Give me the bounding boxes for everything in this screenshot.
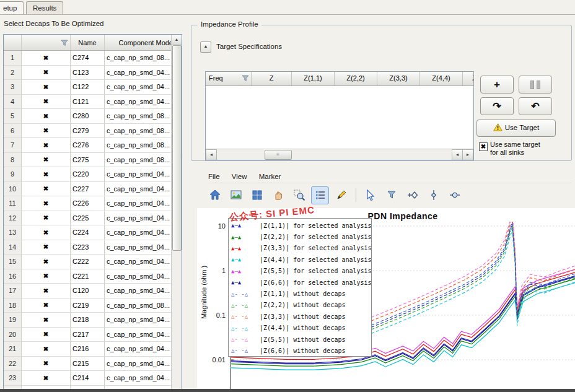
select-cursor-button[interactable] [361, 186, 379, 204]
row-checkbox[interactable]: ✖ [22, 371, 71, 386]
chart-area: PDN Impedance Magnitude (ohm ) 10 1 0.1 … [197, 208, 575, 392]
target-horizontal-scrollbar[interactable]: ◄ ≡ ◄ ► [206, 149, 473, 160]
add-target-button[interactable]: + [480, 76, 514, 94]
row-checkbox[interactable]: ✖ [22, 80, 71, 95]
table-row[interactable]: 5✖C280c_cap_np_smd_08... [4, 109, 182, 124]
row-checkbox[interactable]: ✖ [22, 167, 71, 182]
row-checkbox[interactable]: ✖ [22, 152, 71, 167]
legend-label: |Z(2,2)| without decaps [260, 302, 345, 308]
row-checkbox[interactable]: ✖ [22, 313, 71, 328]
row-checkbox[interactable]: ✖ [22, 342, 71, 357]
header-checkbox-filter[interactable] [22, 35, 71, 51]
header-z11-label: Z(1,1) [304, 74, 322, 82]
target-spec-table: Freq Z Z(1,1) Z(2,2) Z(3,3) Z(4,4) Z(5,5… [205, 71, 474, 160]
table-row[interactable]: 16✖C221c_cap_np_smd_04... [4, 269, 182, 284]
legend-toggle-button[interactable] [311, 186, 329, 204]
collapse-button[interactable]: ▲ [200, 41, 211, 53]
toolbar-separator [356, 188, 356, 202]
table-row[interactable]: 10✖C227c_cap_np_smd_04... [4, 181, 182, 196]
table-row[interactable]: 22✖C215c_cap_np_smd_04... [4, 356, 182, 371]
row-checkbox[interactable]: ✖ [22, 327, 71, 342]
row-checkbox[interactable]: ✖ [22, 225, 71, 240]
menu-marker[interactable]: Marker [259, 173, 281, 180]
table-row[interactable]: 9✖C220c_cap_np_smd_04... [4, 167, 182, 182]
hscrollbar-thumb[interactable]: ≡ [265, 150, 292, 160]
row-checkbox[interactable]: ✖ [22, 284, 71, 298]
table-row[interactable]: 21✖C216c_cap_np_smd_04... [4, 342, 182, 357]
table-row[interactable]: 1✖C274c_cap_np_smd_08... [4, 51, 182, 66]
table-row[interactable]: 11✖C226c_cap_np_smd_04... [4, 196, 182, 211]
table-row[interactable]: 14✖C223c_cap_np_smd_04... [4, 240, 182, 255]
table-row[interactable]: 13✖C224c_cap_np_smd_04... [4, 225, 182, 240]
table-row[interactable]: 20✖C217c_cap_np_smd_04... [4, 327, 182, 342]
marker-flag-button[interactable] [382, 186, 400, 204]
use-target-button[interactable]: Use Target [476, 120, 556, 137]
target-table-body[interactable] [206, 86, 473, 149]
scrollbar-thumb[interactable] [172, 45, 182, 251]
row-checkbox[interactable]: ✖ [22, 65, 71, 80]
table-row[interactable]: 15✖C222c_cap_np_smd_04... [4, 255, 182, 269]
pause-button[interactable] [519, 76, 552, 94]
row-checkbox[interactable]: ✖ [22, 181, 71, 196]
scroll-right-icon[interactable]: ► [462, 149, 473, 160]
header-z44[interactable]: Z(4,4) [420, 72, 463, 85]
row-checkbox[interactable]: ✖ [22, 255, 71, 269]
row-checkbox[interactable]: ✖ [22, 298, 71, 313]
redo-button[interactable]: ↷ [480, 97, 514, 115]
horizontal-marker-button[interactable] [446, 186, 463, 204]
scroll-left-icon[interactable]: ◄ [206, 149, 217, 160]
table-row[interactable]: 18✖C219c_cap_np_smd_08... [4, 298, 182, 313]
table-row[interactable]: 3✖C122c_cap_np_smd_04... [4, 80, 182, 95]
row-checkbox[interactable]: ✖ [22, 196, 71, 211]
zoom-area-button[interactable] [290, 186, 308, 204]
table-row[interactable]: 19✖C218c_cap_np_smd_04... [4, 313, 182, 328]
scroll-left2-icon[interactable]: ◄ [452, 149, 463, 160]
plot-legend[interactable]: ▲—▲|Z(1,1)| for selected analysis▲—▲|Z(2… [228, 218, 372, 357]
row-checkbox[interactable]: ✖ [22, 240, 71, 255]
menu-file[interactable]: File [208, 173, 220, 180]
home-button[interactable] [206, 186, 224, 204]
table-row[interactable]: 23✖C214c_cap_np_smd_04... [4, 371, 182, 386]
add-marker-button[interactable] [403, 186, 421, 204]
menu-view[interactable]: View [232, 173, 247, 180]
tile-views-button[interactable] [248, 186, 266, 204]
tab-results[interactable]: Results [26, 1, 63, 14]
table-row[interactable]: 2✖C123c_cap_np_smd_04... [4, 65, 182, 80]
header-z22[interactable]: Z(2,2) [335, 72, 377, 85]
table-row[interactable]: 12✖C225c_cap_np_smd_04... [4, 211, 182, 225]
pan-button[interactable] [269, 186, 287, 204]
vertical-marker-button[interactable] [424, 186, 442, 204]
zoom-area-icon [293, 189, 305, 201]
undo-button[interactable]: ↶ [519, 97, 552, 115]
header-freq[interactable]: Freq [206, 72, 252, 85]
header-z55[interactable]: Z(5,5) [463, 72, 474, 85]
tab-setup[interactable]: etup [0, 1, 24, 14]
row-checkbox[interactable]: ✖ [22, 211, 71, 225]
decap-vertical-scrollbar[interactable]: ▲ [171, 35, 182, 391]
table-row[interactable]: 17✖C120c_cap_np_smd_04... [4, 284, 182, 298]
row-checkbox[interactable]: ✖ [22, 51, 71, 66]
header-z11[interactable]: Z(1,1) [292, 72, 335, 85]
header-name[interactable]: Name [71, 35, 105, 51]
use-same-target-checkbox[interactable]: ✖ [479, 142, 488, 151]
row-checkbox[interactable]: ✖ [22, 138, 71, 153]
header-z33[interactable]: Z(3,3) [377, 72, 420, 85]
legend-label: |Z(6,6)| without decaps [260, 347, 345, 354]
row-checkbox[interactable]: ✖ [22, 94, 71, 109]
row-checkbox[interactable]: ✖ [22, 109, 71, 124]
table-row[interactable]: 6✖C279c_cap_np_smd_08... [4, 123, 182, 138]
header-z[interactable]: Z [252, 72, 292, 85]
decap-table: Name Component Model 1✖C274c_cap_np_smd_… [3, 34, 182, 392]
table-row[interactable]: 7✖C276c_cap_np_smd_08... [4, 138, 182, 153]
save-image-button[interactable] [227, 186, 245, 204]
scroll-up-icon[interactable]: ▲ [172, 35, 182, 45]
table-row[interactable]: 4✖C121c_cap_np_smd_04... [4, 94, 182, 109]
table-row[interactable]: 8✖C275c_cap_np_smd_08... [4, 152, 182, 167]
y-tick-0p01: 0.01 [204, 356, 226, 364]
row-name: C216 [71, 342, 105, 357]
row-checkbox[interactable]: ✖ [22, 356, 71, 371]
row-checkbox[interactable]: ✖ [22, 269, 71, 284]
decap-grid: Name Component Model 1✖C274c_cap_np_smd_… [4, 35, 182, 392]
annotate-button[interactable] [332, 186, 350, 204]
row-checkbox[interactable]: ✖ [22, 123, 71, 138]
